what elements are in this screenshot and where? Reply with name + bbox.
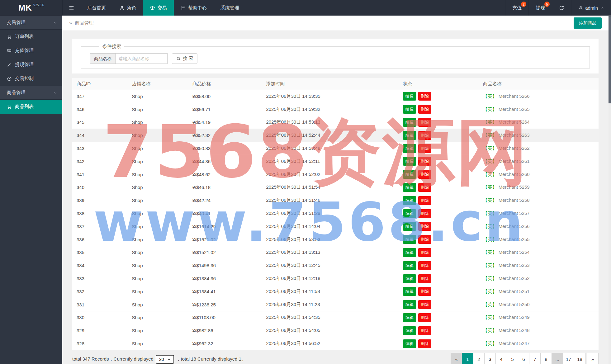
scrollbar-thumb[interactable] xyxy=(609,16,611,103)
delete-button[interactable]: 删除 xyxy=(418,157,431,166)
chevron-up-icon xyxy=(600,6,604,10)
edit-button[interactable]: 编辑 xyxy=(403,248,416,257)
cell-product-name: 【英】Merchant 5251 xyxy=(479,289,599,295)
sidebar-item-recharge-mgmt[interactable]: 充值管理 xyxy=(0,44,62,58)
add-product-button[interactable]: 添加商品 xyxy=(574,17,602,29)
edit-button[interactable]: 编辑 xyxy=(403,222,416,231)
product-name-text: Merchant 5251 xyxy=(499,289,530,294)
edit-button[interactable]: 编辑 xyxy=(403,131,416,140)
pager: «12345678...1718» xyxy=(451,353,599,364)
main-content: » 商品管理 添加商品 条件搜索 商品名称 搜 索 商品ID店铺名称商品价格添加… xyxy=(62,16,609,364)
delete-button[interactable]: 删除 xyxy=(418,235,431,244)
scrollbar[interactable] xyxy=(609,16,611,364)
edit-button[interactable]: 编辑 xyxy=(403,170,416,179)
cell-product-id: 336 xyxy=(72,237,127,242)
product-name-text: Merchant 5252 xyxy=(499,276,530,281)
delete-button[interactable]: 删除 xyxy=(418,339,431,348)
nav-item-label: 后台首页 xyxy=(87,5,106,11)
edit-button[interactable]: 编辑 xyxy=(403,92,416,101)
sidebar-item-withdraw-mgmt[interactable]: 提现管理 xyxy=(0,58,62,72)
edit-button[interactable]: 编辑 xyxy=(403,144,416,153)
page-button[interactable]: 2 xyxy=(473,353,485,364)
search-button[interactable]: 搜 索 xyxy=(172,53,197,64)
edit-button[interactable]: 编辑 xyxy=(403,196,416,205)
page-button[interactable]: 17 xyxy=(563,353,574,364)
page-size-select[interactable]: 20 xyxy=(156,355,174,364)
sidebar-group-product-mgmt[interactable]: 商品管理 xyxy=(0,86,62,100)
recharge-nav-item[interactable]: 充值 2 xyxy=(505,0,528,16)
nav-item-dashboard[interactable]: 后台首页 xyxy=(80,0,113,16)
sidebar-toggle-button[interactable] xyxy=(63,0,80,16)
edit-button[interactable]: 编辑 xyxy=(403,274,416,283)
lang-tag: 【英】 xyxy=(483,184,497,190)
cell-product-id: 344 xyxy=(72,133,127,138)
delete-button[interactable]: 删除 xyxy=(418,287,431,296)
sidebar-item-trade-control[interactable]: 交易控制 xyxy=(0,72,62,86)
cell-added-time: 2025年06月30日 14:11:23 xyxy=(262,302,398,308)
delete-button[interactable]: 删除 xyxy=(418,105,431,114)
delete-button[interactable]: 删除 xyxy=(418,170,431,179)
edit-button[interactable]: 编辑 xyxy=(403,326,416,335)
page-button[interactable]: 7 xyxy=(529,353,541,364)
delete-button[interactable]: 删除 xyxy=(418,118,431,127)
delete-button[interactable]: 删除 xyxy=(418,261,431,270)
sidebar-item-order-list[interactable]: 订单列表 xyxy=(0,30,62,44)
nav-item-system[interactable]: 系统管理 xyxy=(214,0,246,16)
delete-button[interactable]: 删除 xyxy=(418,222,431,231)
delete-button[interactable]: 删除 xyxy=(418,248,431,257)
sidebar-group-trade-mgmt[interactable]: 交易管理 xyxy=(0,16,62,30)
nav-item-help-center[interactable]: 帮助中心 xyxy=(174,0,214,16)
edit-button[interactable]: 编辑 xyxy=(403,157,416,166)
user-menu[interactable]: admin xyxy=(571,0,611,16)
table-row: 341Shop¥/$48.622025年06月30日 14:52:02编辑删除【… xyxy=(72,168,599,181)
cell-price: ¥/$54.19 xyxy=(188,120,262,125)
page-button[interactable]: 5 xyxy=(507,353,518,364)
delete-button[interactable]: 删除 xyxy=(418,313,431,322)
edit-button[interactable]: 编辑 xyxy=(403,300,416,309)
nav-item-roles[interactable]: 角色 xyxy=(113,0,143,16)
delete-button[interactable]: 删除 xyxy=(418,92,431,101)
table-row: 340Shop¥/$46.182025年06月30日 14:51:54编辑删除【… xyxy=(72,181,599,194)
page-button[interactable]: » xyxy=(587,353,599,364)
nav-item-label: 系统管理 xyxy=(220,5,239,11)
product-name-input[interactable] xyxy=(115,53,168,64)
cell-price: ¥/$1238.25 xyxy=(188,302,262,307)
cell-product-name: 【英】Merchant 5263 xyxy=(479,132,599,138)
page-button[interactable]: 18 xyxy=(574,353,585,364)
cell-shop-name: Shop xyxy=(127,172,188,177)
table-row: 328Shop¥/$962.322025年06月30日 14:56:52编辑删除… xyxy=(72,337,599,350)
edit-button[interactable]: 编辑 xyxy=(403,183,416,192)
delete-button[interactable]: 删除 xyxy=(418,144,431,153)
delete-button[interactable]: 删除 xyxy=(418,326,431,335)
nav-item-trade[interactable]: 交易 xyxy=(143,0,174,16)
delete-button[interactable]: 删除 xyxy=(418,300,431,309)
page-button[interactable]: 1 xyxy=(462,353,473,364)
edit-button[interactable]: 编辑 xyxy=(403,209,416,218)
refresh-button[interactable] xyxy=(552,0,571,16)
cell-product-name: 【英】Merchant 5265 xyxy=(479,106,599,112)
edit-button[interactable]: 编辑 xyxy=(403,105,416,114)
withdraw-nav-item[interactable]: 提现 5 xyxy=(528,0,552,16)
app-logo[interactable]: MK V25.3.6 xyxy=(0,0,63,16)
page-button[interactable]: 6 xyxy=(518,353,529,364)
page-button[interactable]: ... xyxy=(552,353,563,364)
page-button[interactable]: 8 xyxy=(540,353,552,364)
product-name-text: Merchant 5257 xyxy=(499,210,530,216)
page-button[interactable]: 4 xyxy=(495,353,507,364)
delete-button[interactable]: 删除 xyxy=(418,274,431,283)
delete-button[interactable]: 删除 xyxy=(418,131,431,140)
edit-button[interactable]: 编辑 xyxy=(403,118,416,127)
edit-button[interactable]: 编辑 xyxy=(403,261,416,270)
edit-button[interactable]: 编辑 xyxy=(403,287,416,296)
delete-button[interactable]: 删除 xyxy=(418,183,431,192)
sidebar-item-product-list[interactable]: 商品列表 xyxy=(0,100,62,114)
page-button[interactable]: « xyxy=(451,353,462,364)
sidebar-item-label: 订单列表 xyxy=(15,34,34,40)
cell-product-id: 335 xyxy=(72,250,127,255)
edit-button[interactable]: 编辑 xyxy=(403,339,416,348)
page-button[interactable]: 3 xyxy=(484,353,496,364)
edit-button[interactable]: 编辑 xyxy=(403,313,416,322)
edit-button[interactable]: 编辑 xyxy=(403,235,416,244)
delete-button[interactable]: 删除 xyxy=(418,196,431,205)
delete-button[interactable]: 删除 xyxy=(418,209,431,218)
